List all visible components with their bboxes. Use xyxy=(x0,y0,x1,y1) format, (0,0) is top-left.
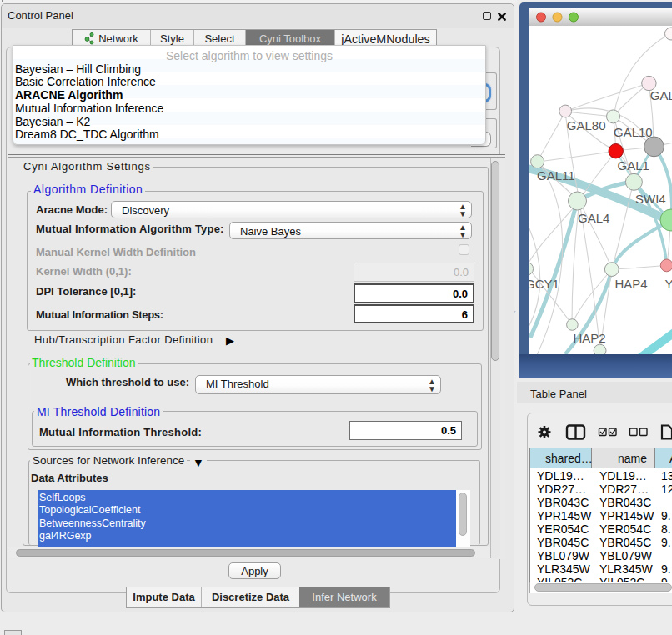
svg-text:GAL11: GAL11 xyxy=(537,168,575,182)
svg-text:SWI4: SWI4 xyxy=(635,192,666,206)
svg-text:YM: YM xyxy=(665,277,672,291)
svg-text:GAL7: GAL7 xyxy=(650,88,672,102)
svg-text:HAP2: HAP2 xyxy=(574,331,606,345)
svg-text:GAL1: GAL1 xyxy=(618,158,649,172)
svg-text:GCY1: GCY1 xyxy=(529,277,559,291)
svg-text:HAP4: HAP4 xyxy=(615,277,648,291)
svg-text:GAL10: GAL10 xyxy=(614,125,653,139)
svg-text:GAL4: GAL4 xyxy=(578,211,609,225)
svg-text:GAL80: GAL80 xyxy=(567,118,606,132)
